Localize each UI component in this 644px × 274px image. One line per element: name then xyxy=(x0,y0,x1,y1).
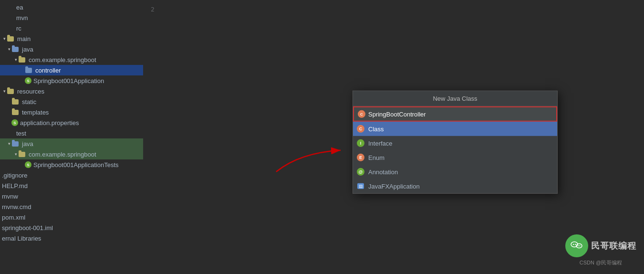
dialog-title: New Java Class xyxy=(353,91,557,106)
input-class-icon: C xyxy=(358,110,365,118)
tree-item-static[interactable]: static xyxy=(0,96,143,107)
tree-item-com-example[interactable]: ▾ com.example.springboot xyxy=(0,54,143,65)
interface-icon: I xyxy=(357,139,364,147)
tree-item-main[interactable]: ▾ main xyxy=(0,33,143,44)
folder-icon-resources xyxy=(7,87,14,95)
label-mvn: mvn xyxy=(16,14,28,21)
tree-item-appprops[interactable]: S application.properties xyxy=(0,117,143,128)
tree-item-gitignore[interactable]: .gitignore xyxy=(0,170,143,180)
wechat-icon xyxy=(565,234,588,257)
arrow-java: ▾ xyxy=(7,47,11,52)
icon-test xyxy=(7,129,14,137)
label-templates: templates xyxy=(22,109,49,116)
watermark: 民哥联编程 CSDN @民哥编程 xyxy=(565,234,636,266)
folder-icon-main xyxy=(7,35,14,42)
tree-item-resources[interactable]: ▾ resources xyxy=(0,86,143,96)
spring-icon-props: S xyxy=(11,119,18,126)
folder-icon-com-test xyxy=(18,150,26,158)
label-static: static xyxy=(22,98,36,105)
dialog-input-row[interactable]: C xyxy=(353,106,557,122)
line-number: 2 xyxy=(151,6,155,13)
tree-item-mvnw[interactable]: mvnw xyxy=(0,191,143,201)
tree-item-test[interactable]: test xyxy=(0,128,143,138)
label-helpmd: HELP.md xyxy=(2,182,28,190)
label-appprops: application.properties xyxy=(20,119,79,126)
label-resources: resources xyxy=(17,88,44,95)
list-item-enum[interactable]: E Enum xyxy=(353,150,557,165)
javafx-label: JavaFXApplication xyxy=(368,182,420,190)
icon-mvn xyxy=(7,14,14,21)
tree-item-helpmd[interactable]: HELP.md xyxy=(0,180,143,191)
label-mvnw: mvnw xyxy=(2,193,18,200)
spring-icon-tests: S xyxy=(25,161,31,168)
tree-item-com-test[interactable]: ▾ com.example.springboot xyxy=(0,149,143,159)
label-gitignore: .gitignore xyxy=(2,172,27,179)
label-java-test: java xyxy=(22,140,33,148)
label-app: Springboot001Application xyxy=(33,77,104,84)
enum-icon: E xyxy=(357,154,364,161)
label-java: java xyxy=(22,46,33,53)
tree-item-pomxml[interactable]: pom.xml xyxy=(0,212,143,222)
svg-point-3 xyxy=(575,244,576,245)
label-apptests: Springboot001ApplicationTests xyxy=(33,161,119,169)
watermark-title: 民哥联编程 xyxy=(591,240,636,252)
label-controller: controller xyxy=(35,67,61,74)
tree-item-apptests[interactable]: S Springboot001ApplicationTests xyxy=(0,159,143,170)
tree-item-java[interactable]: ▾ java xyxy=(0,44,143,54)
label-test: test xyxy=(16,130,26,137)
interface-label: Interface xyxy=(368,139,393,147)
label-main: main xyxy=(17,35,31,42)
arrow-com-test: ▾ xyxy=(13,152,18,157)
folder-icon-com xyxy=(18,56,26,63)
tree-item-iml[interactable]: springboot-001.iml xyxy=(0,222,143,233)
list-item-interface[interactable]: I Interface xyxy=(353,136,557,150)
list-item-annotation[interactable]: @ Annotation xyxy=(353,165,557,179)
tree-item-java-test[interactable]: ▾ java xyxy=(0,138,143,149)
icon-rc xyxy=(7,24,14,32)
folder-icon-controller xyxy=(25,66,32,74)
folder-icon-java-test xyxy=(11,140,19,148)
label-mvnwcmd: mvnw.cmd xyxy=(2,203,31,211)
arrow-com: ▾ xyxy=(13,57,18,62)
tree-item-ea[interactable]: ea xyxy=(0,2,143,12)
arrow-main: ▾ xyxy=(2,36,7,41)
folder-icon-java xyxy=(11,45,19,53)
label-com: com.example.springboot xyxy=(29,56,96,63)
annotation-label: Annotation xyxy=(368,168,398,175)
svg-point-5 xyxy=(578,245,579,246)
tree-item-controller[interactable]: controller xyxy=(0,65,143,75)
tree-item-app[interactable]: S Springboot001Application xyxy=(0,75,143,86)
arrow-resources: ▾ xyxy=(2,89,7,94)
red-arrow-annotation xyxy=(262,124,357,181)
arrow-java-test: ▾ xyxy=(7,141,11,146)
class-label: Class xyxy=(368,125,384,132)
svg-point-6 xyxy=(580,245,581,246)
class-name-input[interactable] xyxy=(368,110,552,117)
tree-item-mvn[interactable]: mvn xyxy=(0,12,143,23)
label-ea: ea xyxy=(16,4,23,11)
spring-icon-app: S xyxy=(25,77,31,84)
enum-label: Enum xyxy=(368,154,384,161)
watermark-sub: CSDN @民哥编程 xyxy=(580,259,622,266)
list-item-javafx[interactable]: JavaFXApplication xyxy=(353,179,557,193)
annotation-icon: @ xyxy=(357,168,364,176)
tree-item-rc[interactable]: rc xyxy=(0,23,143,33)
label-pomxml: pom.xml xyxy=(2,214,25,221)
folder-icon-templates xyxy=(11,108,19,116)
label-rc: rc xyxy=(16,25,21,32)
label-iml: springboot-001.iml xyxy=(2,224,53,232)
tree-item-templates[interactable]: templates xyxy=(0,107,143,117)
folder-icon-static xyxy=(11,98,19,105)
file-tree: ea mvn rc ▾ main ▾ java ▾ com.example.sp… xyxy=(0,0,143,274)
tree-item-libraries[interactable]: ernal Libraries xyxy=(0,233,143,243)
label-libraries: ernal Libraries xyxy=(2,235,41,242)
new-java-class-dialog: New Java Class C C Class I Interface E E… xyxy=(353,91,558,194)
class-icon: C xyxy=(357,125,364,133)
svg-point-2 xyxy=(573,244,574,245)
tree-item-mvnwcmd[interactable]: mvnw.cmd xyxy=(0,201,143,212)
javafx-icon xyxy=(357,182,364,190)
editor-area: 2 New Java Class C C Class I Interface E… xyxy=(143,0,644,274)
icon-ea xyxy=(7,3,14,11)
list-item-class[interactable]: C Class xyxy=(353,122,557,136)
label-com-test: com.example.springboot xyxy=(29,151,96,158)
